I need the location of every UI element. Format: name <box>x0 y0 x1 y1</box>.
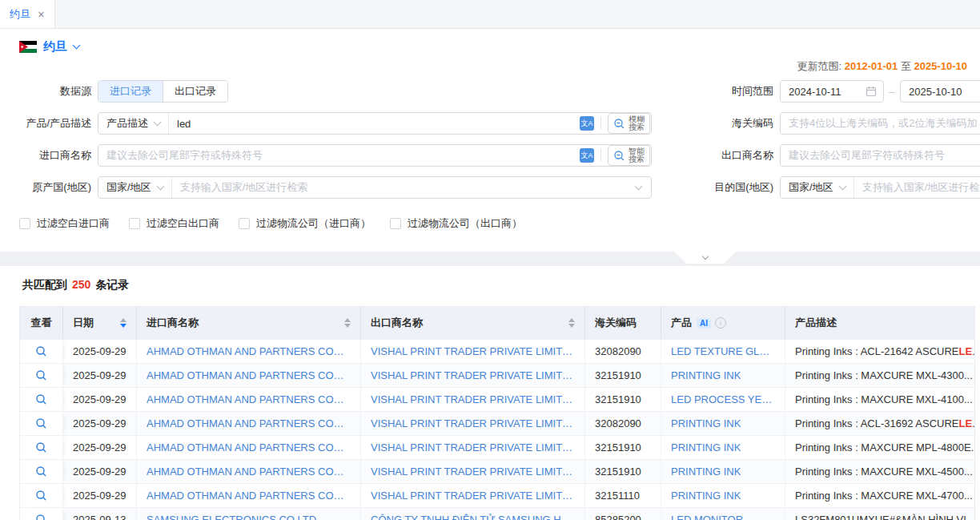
checkbox-filter-logistics-exporter[interactable]: 过滤物流公司（出口商） <box>390 216 522 231</box>
checkbox-filter-blank-importer[interactable]: 过滤空白进口商 <box>19 216 110 231</box>
update-range: 更新范围: 2012-01-01 至 2025-10-10 <box>0 59 980 74</box>
exporter-input[interactable]: 建议去除公司尾部字符或特殊符号 <box>780 144 980 167</box>
origin-country-select[interactable]: 国家/地区 <box>98 177 172 198</box>
view-record-button[interactable] <box>20 364 63 387</box>
sort-icon[interactable] <box>344 318 351 328</box>
chevron-down-icon <box>838 182 846 190</box>
tab-jordan[interactable]: 约旦 × <box>0 0 55 28</box>
destination-country-select[interactable]: 国家/地区 <box>781 177 854 198</box>
view-record-button[interactable] <box>20 460 63 483</box>
view-record-button[interactable] <box>20 412 63 435</box>
info-icon[interactable]: i <box>715 317 726 329</box>
exporter-link[interactable]: VISHAL PRINT TRADER PRIVATE LIMITED <box>371 466 575 478</box>
exporter-label: 出口商名称 <box>652 148 773 163</box>
importer-link[interactable]: AHMAD OTHMAN AND PARTNERS COMPA... <box>147 417 351 429</box>
chevron-down-icon <box>702 253 709 260</box>
view-record-button[interactable] <box>20 388 63 411</box>
exporter-link[interactable]: VISHAL PRINT TRADER PRIVATE LIMITED <box>371 441 575 453</box>
column-exporter[interactable]: 出口商名称 <box>361 307 585 339</box>
smart-search-button[interactable]: 智能搜索 <box>608 145 650 166</box>
importer-link[interactable]: AHMAD OTHMAN AND PARTNERS COMPA... <box>147 466 351 478</box>
importer-link[interactable]: AHMAD OTHMAN AND PARTNERS COMPA... <box>147 441 351 453</box>
product-link[interactable]: PRINTING INK <box>671 466 741 478</box>
cell-product-desc: Printing Inks : MAXCURE MXL-4300... <box>785 364 974 387</box>
checkbox-icon <box>19 218 30 229</box>
product-link[interactable]: LED PROCESS YELLOW... <box>671 393 775 405</box>
collapse-panel-button[interactable] <box>674 252 737 264</box>
product-link[interactable]: LED MONITOR <box>671 514 743 520</box>
importer-input[interactable]: 建议去除公司尾部字符或特殊符号 <box>98 148 580 163</box>
update-range-end: 2025-10-10 <box>914 60 968 72</box>
magnifier-minus-icon <box>613 118 625 130</box>
checkbox-filter-logistics-importer[interactable]: 过滤物流公司（进口商） <box>239 216 371 231</box>
column-date[interactable]: 日期 <box>63 307 137 339</box>
table-row: 2025-09-29 AHMAD OTHMAN AND PARTNERS COM… <box>20 363 974 387</box>
hscode-input[interactable]: 支持4位以上海关编码，或2位海关编码加 <box>780 112 980 135</box>
product-link[interactable]: PRINTING INK <box>671 490 741 502</box>
cell-product-desc: Printing Inks : ACL-31692 ASCURE LE... <box>785 412 974 435</box>
fuzzy-search-button[interactable]: 模糊搜索 <box>608 113 650 134</box>
importer-link[interactable]: AHMAD OTHMAN AND PARTNERS COMPA... <box>147 393 351 405</box>
importer-link[interactable]: SAMSUNG ELECTRONICS CO LTD <box>147 514 316 520</box>
exporter-link[interactable]: VISHAL PRINT TRADER PRIVATE LIMITED <box>371 393 575 405</box>
table-row: 2025-09-13 SAMSUNG ELECTRONICS CO LTD CÔ… <box>20 507 974 520</box>
magnifier-minus-icon <box>613 150 625 162</box>
exporter-link[interactable]: VISHAL PRINT TRADER PRIVATE LIMITED <box>371 369 575 381</box>
table-row: 2025-09-29 AHMAD OTHMAN AND PARTNERS COM… <box>20 387 974 411</box>
search-icon <box>35 490 47 502</box>
close-icon[interactable]: × <box>38 8 45 20</box>
view-record-button[interactable] <box>20 508 63 520</box>
count-suffix: 条记录 <box>95 278 129 291</box>
product-link[interactable]: PRINTING INK <box>671 417 741 429</box>
view-record-button[interactable] <box>20 436 63 459</box>
cell-date: 2025-09-29 <box>63 460 137 483</box>
destination-search-input[interactable]: 支持输入国家/地区进行检索 <box>854 180 980 195</box>
country-header: 约旦 <box>0 29 980 56</box>
exporter-link[interactable]: VISHAL PRINT TRADER PRIVATE LIMITED <box>371 345 575 357</box>
importer-link[interactable]: AHMAD OTHMAN AND PARTNERS COMPA... <box>147 345 351 357</box>
cell-hs-code: 32151910 <box>585 364 661 387</box>
update-range-to: 至 <box>901 60 911 72</box>
exporter-link[interactable]: VISHAL PRINT TRADER PRIVATE LIMITED <box>371 490 575 502</box>
product-input-group: 产品描述 led 文A 模糊搜索 <box>98 112 652 135</box>
update-range-start: 2012-01-01 <box>845 60 898 72</box>
product-link[interactable]: PRINTING INK <box>671 369 741 381</box>
date-start-input[interactable]: 2024-10-11 <box>780 80 884 103</box>
cell-product-desc: LS32FM801UMXUE#&MÀN HÌNH VI ... <box>785 508 974 520</box>
export-records-tab[interactable]: 出口记录 <box>163 81 227 102</box>
calendar-icon <box>866 86 877 97</box>
translate-icon[interactable]: 文A <box>580 116 594 131</box>
exporter-link[interactable]: CÔNG TY TNHH ĐIỆN TỬ SAMSUNG HCMC... <box>371 514 575 520</box>
importer-link[interactable]: AHMAD OTHMAN AND PARTNERS COMPA... <box>147 369 351 381</box>
column-importer[interactable]: 进口商名称 <box>137 307 361 339</box>
sort-icon[interactable] <box>568 318 575 328</box>
product-input[interactable]: led <box>169 118 580 130</box>
import-records-tab[interactable]: 进口记录 <box>98 81 163 102</box>
view-record-button[interactable] <box>20 484 63 507</box>
checkbox-filter-blank-exporter[interactable]: 过滤空白出口商 <box>129 216 219 231</box>
sort-icon[interactable] <box>120 318 127 328</box>
results-count: 共匹配到 250 条记录 <box>22 278 980 292</box>
importer-link[interactable]: AHMAD OTHMAN AND PARTNERS COMPA... <box>147 490 351 502</box>
column-exporter-label: 出口商名称 <box>371 316 423 330</box>
origin-search-input[interactable]: 支持输入国家/地区进行检索 <box>172 180 636 195</box>
exporter-link[interactable]: VISHAL PRINT TRADER PRIVATE LIMITED <box>371 417 575 429</box>
cell-product-desc: Printing Inks : MAXCURE MPL-4800E... <box>785 436 974 459</box>
cell-date: 2025-09-29 <box>63 412 137 435</box>
product-link[interactable]: PRINTING INK <box>671 441 741 453</box>
cell-product-desc: Printing Inks : ACL-21642 ASCURE LE... <box>785 340 974 363</box>
datasource-toggle: 进口记录 出口记录 <box>98 80 228 103</box>
view-record-button[interactable] <box>20 340 63 363</box>
search-icon <box>35 369 47 381</box>
translate-icon[interactable]: 文A <box>580 148 594 163</box>
chevron-down-icon[interactable] <box>73 42 81 50</box>
form-row-importer: 进口商名称 建议去除公司尾部字符或特殊符号 文A 智能搜索 出口商名称 建议去除… <box>0 144 980 167</box>
collapse-strip <box>0 252 980 266</box>
tab-title: 约旦 <box>10 7 30 22</box>
country-name[interactable]: 约旦 <box>43 39 67 54</box>
column-hs-code: 海关编码 <box>585 307 661 339</box>
product-link[interactable]: LED TEXTURE GLOSS ... <box>671 345 775 357</box>
product-type-select[interactable]: 产品描述 <box>98 113 169 134</box>
origin-select-value: 国家/地区 <box>106 180 151 195</box>
date-end-input[interactable]: 2025-10-10 <box>900 80 980 103</box>
